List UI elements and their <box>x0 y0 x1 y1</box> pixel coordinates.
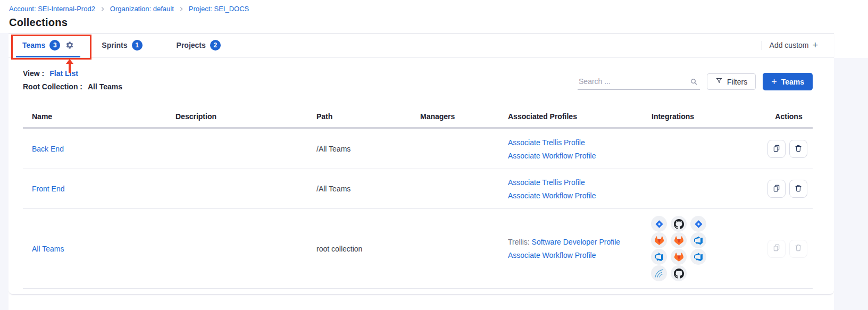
tab-bar-right: Add custom + <box>762 40 818 50</box>
azure-devops-icon <box>690 249 706 265</box>
profile-prefix: Trellis: <box>508 238 532 246</box>
new-team-button[interactable]: + Teams <box>763 73 813 90</box>
tab-sprints-count-badge: 1 <box>132 40 143 51</box>
col-header-managers: Managers <box>411 112 499 121</box>
search-icon[interactable] <box>690 78 698 88</box>
profile-line: Associate Workflow Profile <box>508 191 642 200</box>
col-header-integrations: Integrations <box>642 112 765 121</box>
actions-cell <box>765 180 813 198</box>
search-input[interactable] <box>578 74 700 90</box>
vertical-divider <box>762 41 762 50</box>
filters-button[interactable]: Filters <box>707 73 756 90</box>
trash-icon <box>794 144 803 154</box>
right-gutter <box>834 58 868 310</box>
profile-line: Associate Workflow Profile <box>508 152 642 160</box>
gitlab-icon <box>651 232 667 248</box>
page-title: Collections <box>9 16 868 29</box>
tab-sprints-label: Sprints <box>102 41 127 49</box>
tab-projects-label: Projects <box>177 41 206 49</box>
controls-right: Filters + Teams <box>578 73 813 90</box>
table-row: Front End /All Teams Associate Trellis P… <box>23 169 813 209</box>
table-row: Back End /All Teams Associate Trellis Pr… <box>23 129 813 169</box>
team-name-link[interactable]: Front End <box>32 185 64 193</box>
gitlab-icon <box>671 249 687 265</box>
actions-cell <box>765 140 813 158</box>
tab-sprints[interactable]: Sprints 1 <box>95 33 148 57</box>
profile-link[interactable]: Associate Trellis Profile <box>508 178 585 187</box>
profile-line: Associate Trellis Profile <box>508 138 642 147</box>
copy-icon <box>772 144 781 154</box>
profiles-cell: Trellis: Software Developer ProfileAssoc… <box>499 238 642 259</box>
jira-icon <box>651 216 667 232</box>
delete-button[interactable] <box>789 180 807 198</box>
root-collection-value: All Teams <box>88 82 122 91</box>
view-label: View : <box>23 69 44 78</box>
sonarqube-icon <box>651 265 667 281</box>
azure-devops-icon <box>690 232 706 248</box>
page-header: Account: SEI-Internal-Prod2 Organization… <box>0 0 868 33</box>
col-header-profiles: Associated Profiles <box>499 112 642 121</box>
tab-teams[interactable]: Teams 3 <box>16 33 80 57</box>
copy-button[interactable] <box>767 140 786 158</box>
profile-link[interactable]: Associate Workflow Profile <box>508 191 596 200</box>
gitlab-icon <box>671 232 687 248</box>
plus-icon: + <box>812 40 818 50</box>
col-header-path: Path <box>307 112 411 121</box>
table-row: All Teams root collection Trellis: Softw… <box>23 209 813 289</box>
profile-line: Associate Trellis Profile <box>508 178 642 187</box>
plus-icon: + <box>771 77 777 87</box>
path-cell: /All Teams <box>307 145 411 153</box>
trash-icon <box>794 244 803 254</box>
page-root: Account: SEI-Internal-Prod2 Organization… <box>0 0 868 310</box>
controls-row: View : Flat List Root Collection : All T… <box>23 69 813 91</box>
integrations-grid <box>651 216 706 281</box>
copy-icon <box>772 184 781 194</box>
col-header-actions: Actions <box>765 112 813 121</box>
path-cell: /All Teams <box>307 185 411 193</box>
profile-link[interactable]: Associate Trellis Profile <box>508 138 585 147</box>
profile-link[interactable]: Software Developer Profile <box>532 238 621 246</box>
gear-icon[interactable] <box>65 41 74 49</box>
view-value-link[interactable]: Flat List <box>49 69 78 78</box>
filter-funnel-icon <box>715 77 723 86</box>
tab-projects-count-badge: 2 <box>210 40 221 51</box>
view-block: View : Flat List Root Collection : All T… <box>23 69 122 91</box>
search-box <box>578 74 700 90</box>
profile-link[interactable]: Associate Workflow Profile <box>508 152 596 160</box>
copy-icon <box>772 244 781 254</box>
actions-cell <box>765 240 813 258</box>
delete-button <box>789 240 807 258</box>
copy-button[interactable] <box>767 180 786 198</box>
new-team-button-label: Teams <box>781 78 804 86</box>
collections-table: Name Description Path Managers Associate… <box>23 106 813 289</box>
chevron-right-icon <box>100 6 105 12</box>
team-name-link[interactable]: All Teams <box>32 245 64 253</box>
tab-projects[interactable]: Projects 2 <box>170 33 227 57</box>
chevron-right-icon <box>179 6 184 12</box>
profiles-cell: Associate Trellis ProfileAssociate Workf… <box>499 178 642 200</box>
tab-bar: Teams 3 Sprints 1 Projects 2 Add custom … <box>9 33 834 57</box>
add-custom-label: Add custom <box>770 41 809 49</box>
breadcrumb-account-link[interactable]: Account: SEI-Internal-Prod2 <box>9 5 95 13</box>
col-header-name: Name <box>23 112 166 121</box>
github-icon <box>671 265 687 281</box>
breadcrumb: Account: SEI-Internal-Prod2 Organization… <box>9 5 868 13</box>
card-body: View : Flat List Root Collection : All T… <box>9 57 834 294</box>
delete-button[interactable] <box>789 140 807 158</box>
filters-label: Filters <box>727 78 747 86</box>
breadcrumb-org-link[interactable]: Organization: default <box>110 5 174 13</box>
profile-link[interactable]: Associate Workflow Profile <box>508 251 596 259</box>
tab-teams-label: Teams <box>22 41 45 49</box>
team-name-link[interactable]: Back End <box>32 145 64 153</box>
jira-icon <box>690 216 706 232</box>
root-collection-row: Root Collection : All Teams <box>23 82 122 91</box>
profiles-cell: Associate Trellis ProfileAssociate Workf… <box>499 138 642 160</box>
breadcrumb-project-link[interactable]: Project: SEI_DOCS <box>189 5 249 13</box>
add-custom-button[interactable]: Add custom + <box>770 40 818 50</box>
root-collection-label: Root Collection : <box>23 82 82 91</box>
path-cell: root collection <box>307 245 411 253</box>
table-body: Back End /All Teams Associate Trellis Pr… <box>23 129 813 289</box>
left-gutter <box>0 33 9 310</box>
copy-button <box>767 240 786 258</box>
github-icon <box>671 216 687 232</box>
